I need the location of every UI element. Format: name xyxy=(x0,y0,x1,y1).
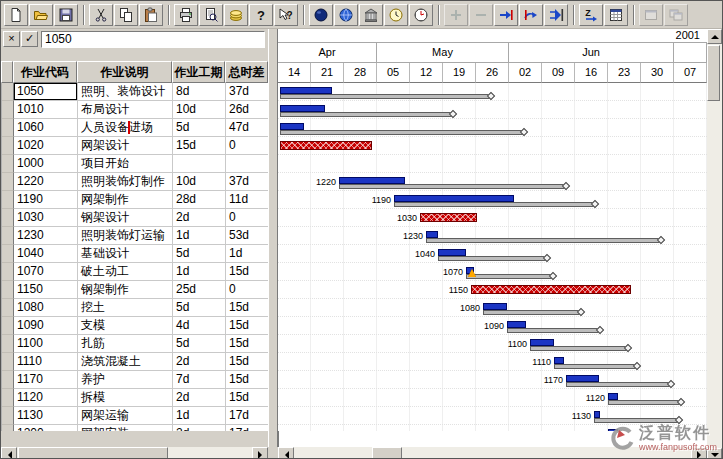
task-bar-early[interactable] xyxy=(608,393,618,400)
cell-tf[interactable]: 17d xyxy=(226,407,268,425)
task-bar-target[interactable] xyxy=(566,382,670,387)
cell-tf[interactable]: 17d xyxy=(226,425,268,431)
toolbar-button-paste[interactable] xyxy=(139,4,163,26)
task-bar-early[interactable] xyxy=(507,321,526,328)
cell-tf[interactable]: 15d xyxy=(226,335,268,353)
row-margin[interactable] xyxy=(2,317,14,335)
cell-code[interactable]: 1150 xyxy=(14,281,78,299)
toolbar-button-open-folder[interactable] xyxy=(29,4,53,26)
cell-dur[interactable]: 1d xyxy=(173,263,226,281)
task-bar-critical[interactable] xyxy=(420,213,477,222)
cell-tf[interactable]: 15d xyxy=(226,317,268,335)
task-bar-target[interactable] xyxy=(594,418,678,423)
scroll-left-button[interactable] xyxy=(278,447,294,459)
cell-dur[interactable]: 2d xyxy=(173,209,226,227)
cell-dur[interactable]: 5d xyxy=(173,245,226,263)
row-margin[interactable] xyxy=(2,335,14,353)
cell-dur[interactable]: 10d xyxy=(173,173,226,191)
cell-code[interactable]: 1030 xyxy=(14,209,78,227)
row-margin[interactable] xyxy=(2,209,14,227)
task-bar-early[interactable] xyxy=(438,249,466,256)
task-bar-critical[interactable] xyxy=(280,141,372,150)
toolbar-button-building[interactable] xyxy=(359,4,383,26)
cell-code[interactable]: 1190 xyxy=(14,191,78,209)
row-margin[interactable] xyxy=(2,371,14,389)
scrollbar-thumb[interactable] xyxy=(18,447,168,459)
edit-confirm-button[interactable]: ✓ xyxy=(21,31,38,47)
row-margin[interactable] xyxy=(2,407,14,425)
column-header-total-float[interactable]: 总时差 xyxy=(225,61,268,83)
cell-dur[interactable]: 25d xyxy=(173,281,226,299)
task-bar-target[interactable] xyxy=(483,310,580,315)
cell-desc[interactable]: 网架运输 xyxy=(78,407,173,425)
toolbar-button-ball-dark[interactable] xyxy=(309,4,333,26)
cell-tf[interactable]: 15d xyxy=(226,371,268,389)
cell-tf[interactable]: 15d xyxy=(226,353,268,371)
task-bar-early[interactable] xyxy=(280,123,304,130)
cell-desc[interactable]: 支模 xyxy=(78,317,173,335)
cell-desc[interactable]: 照明装饰灯制作 xyxy=(78,173,173,191)
cell-desc[interactable]: 网架安装 xyxy=(78,425,173,431)
cell-tf[interactable]: 26d xyxy=(226,101,268,119)
cell-dur[interactable]: 5d xyxy=(173,335,226,353)
cell-desc[interactable]: 网架设计 xyxy=(78,137,173,155)
cell-tf[interactable]: 15d xyxy=(226,389,268,407)
column-header-duration[interactable]: 作业工期 xyxy=(172,61,225,83)
cell-code[interactable]: 1130 xyxy=(14,407,78,425)
scrollbar-thumb[interactable] xyxy=(707,45,720,101)
cell-tf[interactable]: 37d xyxy=(226,173,268,191)
table-horizontal-scrollbar[interactable] xyxy=(1,447,268,459)
cell-dur[interactable]: 1d xyxy=(173,227,226,245)
cell-desc[interactable]: 钢架设计 xyxy=(78,209,173,227)
task-bar-early[interactable] xyxy=(594,411,600,418)
cell-code[interactable]: 1040 xyxy=(14,245,78,263)
task-bar-target[interactable] xyxy=(466,274,552,279)
cell-code[interactable]: 1090 xyxy=(14,317,78,335)
cell-desc[interactable]: 养护 xyxy=(78,371,173,389)
column-header-activity-code[interactable]: 作业代码 xyxy=(13,61,77,83)
cell-dur[interactable]: 1d xyxy=(173,407,226,425)
cell-tf[interactable]: 0 xyxy=(226,137,268,155)
row-margin[interactable] xyxy=(2,263,14,281)
task-bar-early[interactable] xyxy=(566,375,599,382)
cell-code[interactable]: 1070 xyxy=(14,263,78,281)
toolbar-button-clock[interactable] xyxy=(384,4,408,26)
toolbar-button-clock-stats[interactable] xyxy=(409,4,433,26)
task-bar-target[interactable] xyxy=(426,238,660,243)
task-bar-early[interactable] xyxy=(483,303,507,310)
task-bar-target[interactable] xyxy=(280,94,490,99)
cell-desc[interactable]: 照明装饰灯运输 xyxy=(78,227,173,245)
task-bar-target[interactable] xyxy=(530,346,627,351)
cell-tf[interactable] xyxy=(226,155,268,173)
cell-dur[interactable]: 5d xyxy=(173,299,226,317)
toolbar-button-print[interactable] xyxy=(174,4,198,26)
row-margin[interactable] xyxy=(2,83,14,101)
cell-desc[interactable]: 布局设计 xyxy=(78,101,173,119)
cell-desc[interactable]: 浇筑混凝土 xyxy=(78,353,173,371)
cell-desc[interactable]: 照明、装饰设计 xyxy=(78,83,173,101)
cell-code[interactable]: 1020 xyxy=(14,137,78,155)
row-margin[interactable] xyxy=(2,101,14,119)
cell-desc[interactable]: 基础设计 xyxy=(78,245,173,263)
row-margin[interactable] xyxy=(2,299,14,317)
task-bar-target[interactable] xyxy=(394,202,594,207)
cell-dur[interactable]: 7d xyxy=(173,371,226,389)
cell-desc[interactable]: 项目开始 xyxy=(78,155,173,173)
task-bar-target[interactable] xyxy=(507,328,599,333)
toolbar-button-ball-globe[interactable] xyxy=(334,4,358,26)
cell-desc[interactable]: 钢架制作 xyxy=(78,281,173,299)
cell-desc[interactable]: 扎筋 xyxy=(78,335,173,353)
task-bar-target[interactable] xyxy=(339,184,565,189)
cell-code[interactable]: 1000 xyxy=(14,155,78,173)
vertical-scrollbar[interactable] xyxy=(707,29,722,459)
cell-code[interactable]: 1100 xyxy=(14,335,78,353)
toolbar-button-copy[interactable] xyxy=(114,4,138,26)
scroll-right-button[interactable] xyxy=(691,447,707,459)
row-margin[interactable] xyxy=(2,119,14,137)
scroll-left-button[interactable] xyxy=(1,447,17,459)
column-header-activity-desc[interactable]: 作业说明 xyxy=(77,61,172,83)
cell-tf[interactable]: 15d xyxy=(226,299,268,317)
row-margin[interactable] xyxy=(2,227,14,245)
task-bar-early[interactable] xyxy=(394,195,514,202)
task-bar-early[interactable] xyxy=(608,429,618,431)
